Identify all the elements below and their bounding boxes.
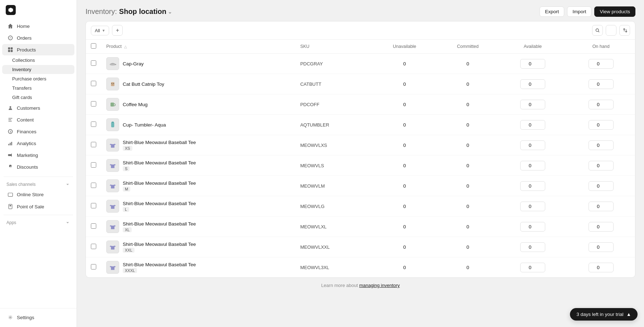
available-input-3[interactable] — [520, 100, 545, 109]
product-name: Cap-Gray — [123, 61, 144, 66]
svg-rect-27 — [111, 122, 114, 128]
on-hand-input-6[interactable] — [589, 161, 614, 170]
available-input-5[interactable] — [520, 140, 545, 150]
row-checkbox-4[interactable] — [91, 122, 96, 127]
table-row: Shirt-Blue Meowavul Baseball Tee M MEOWV… — [86, 176, 635, 196]
sidebar-item-finances[interactable]: $ Finances — [2, 126, 74, 137]
row-checkbox-8[interactable] — [91, 203, 96, 208]
apps-expand-icon[interactable] — [65, 220, 70, 225]
on-hand-input-5[interactable] — [589, 140, 614, 150]
apps-section: Apps — [0, 217, 77, 227]
all-filter-button[interactable]: All ▼ — [91, 26, 109, 35]
row-committed: 0 — [437, 74, 498, 94]
sidebar-item-orders[interactable]: Orders — [2, 32, 74, 44]
location-selector[interactable]: Shop location ⌄ — [119, 8, 172, 16]
sidebar-item-marketing[interactable]: Marketing — [2, 149, 74, 161]
sidebar-item-online-store[interactable]: Online Store — [2, 189, 74, 200]
svg-rect-22 — [115, 64, 116, 65]
product-thumbnail — [106, 200, 119, 213]
on-hand-input-7[interactable] — [589, 181, 614, 191]
sidebar-item-gift-cards[interactable]: Gift cards — [2, 93, 74, 102]
sidebar-item-purchase-orders[interactable]: Purchase orders — [2, 74, 74, 83]
row-available-cell — [499, 155, 567, 176]
row-committed: 0 — [437, 176, 498, 196]
available-input-7[interactable] — [520, 181, 545, 191]
row-checkbox-6[interactable] — [91, 162, 96, 168]
row-product-cell: Cap-Gray — [101, 54, 295, 74]
sidebar-item-marketing-label: Marketing — [17, 153, 38, 158]
row-on-hand-cell — [567, 54, 635, 74]
product-variant: S — [123, 166, 130, 171]
row-checkbox-5[interactable] — [91, 142, 96, 147]
sidebar-item-discounts-label: Discounts — [17, 164, 38, 170]
row-product-cell: Cup- Tumbler- Aqua — [101, 115, 295, 135]
available-input-1[interactable] — [520, 59, 545, 69]
table-row: Shirt-Blue Meowavul Baseball Tee XL MEOW… — [86, 217, 635, 237]
available-input-11[interactable] — [520, 263, 545, 272]
row-unavailable: 0 — [372, 94, 437, 115]
sidebar-item-content[interactable]: Content — [2, 114, 74, 125]
sidebar-item-discounts[interactable]: Discounts — [2, 161, 74, 173]
import-button[interactable]: Import — [567, 6, 591, 17]
available-input-8[interactable] — [520, 202, 545, 211]
table-row: Shirt-Blue Meowavul Baseball Tee XXXL ME… — [86, 257, 635, 278]
sidebar-item-collections[interactable]: Collections — [2, 56, 74, 65]
sidebar-item-inventory[interactable]: Inventory — [2, 65, 74, 74]
row-checkbox-11[interactable] — [91, 264, 96, 269]
available-input-4[interactable] — [520, 120, 545, 130]
svg-rect-26 — [111, 103, 114, 106]
on-hand-input-11[interactable] — [589, 263, 614, 272]
add-filter-button[interactable]: + — [112, 25, 123, 36]
available-input-2[interactable] — [520, 79, 545, 89]
location-name: Shop location — [119, 8, 166, 16]
product-info: Shirt-Blue Meowavul Baseball Tee L — [123, 201, 196, 212]
row-product-cell: Shirt-Blue Meowavul Baseball Tee XXL — [101, 237, 295, 257]
online-store-icon — [7, 191, 14, 198]
sort-button[interactable] — [619, 25, 630, 36]
sidebar-item-products[interactable]: Products — [2, 44, 74, 55]
row-checkbox-cell — [86, 196, 101, 217]
sidebar-item-transfers[interactable]: Transfers — [2, 84, 74, 93]
row-checkbox-1[interactable] — [91, 60, 96, 66]
row-checkbox-cell — [86, 237, 101, 257]
select-all-checkbox[interactable] — [91, 43, 96, 49]
available-input-9[interactable] — [520, 222, 545, 232]
on-hand-input-2[interactable] — [589, 79, 614, 89]
sort-icon — [622, 28, 627, 33]
sidebar-item-analytics[interactable]: Analytics — [2, 138, 74, 149]
on-hand-input-9[interactable] — [589, 222, 614, 232]
row-checkbox-7[interactable] — [91, 183, 96, 188]
sidebar-item-settings[interactable]: Settings — [2, 312, 74, 323]
sidebar-item-point-of-sale[interactable]: Point of Sale — [2, 201, 74, 212]
trial-badge[interactable]: 3 days left in your trial ▲ — [570, 308, 638, 321]
svg-rect-1 — [8, 48, 10, 50]
table-body: Cap-Gray PDCGRAY 0 0 — [86, 54, 635, 278]
svg-point-19 — [596, 29, 599, 31]
sidebar-item-customers[interactable]: Customers — [2, 102, 74, 114]
sidebar-item-home[interactable]: Home — [2, 20, 74, 32]
on-hand-input-4[interactable] — [589, 120, 614, 130]
row-available-cell — [499, 237, 567, 257]
filter-options-button[interactable] — [606, 25, 616, 36]
search-button[interactable] — [592, 25, 603, 36]
row-checkbox-3[interactable] — [91, 101, 96, 106]
product-sort-icon[interactable]: △ — [124, 45, 127, 49]
managing-inventory-link[interactable]: managing inventory — [359, 283, 400, 288]
export-button[interactable]: Export — [540, 6, 564, 17]
on-hand-input-8[interactable] — [589, 202, 614, 211]
on-hand-input-3[interactable] — [589, 100, 614, 109]
available-input-6[interactable] — [520, 161, 545, 170]
on-hand-input-10[interactable] — [589, 242, 614, 252]
on-hand-input-1[interactable] — [589, 59, 614, 69]
row-checkbox-2[interactable] — [91, 81, 96, 86]
view-products-button[interactable]: View products — [594, 6, 635, 17]
topbar-actions: Export Import View products — [540, 6, 635, 17]
available-input-10[interactable] — [520, 242, 545, 252]
row-checkbox-10[interactable] — [91, 244, 96, 249]
content-area: All ▼ + — [77, 21, 644, 327]
row-product-cell: Shirt-Blue Meowavul Baseball Tee M — [101, 176, 295, 196]
row-checkbox-9[interactable] — [91, 223, 96, 229]
table-row: Shirt-Blue Meowavul Baseball Tee L MEOWV… — [86, 196, 635, 217]
customers-icon — [7, 105, 14, 111]
expand-icon[interactable] — [65, 182, 70, 187]
